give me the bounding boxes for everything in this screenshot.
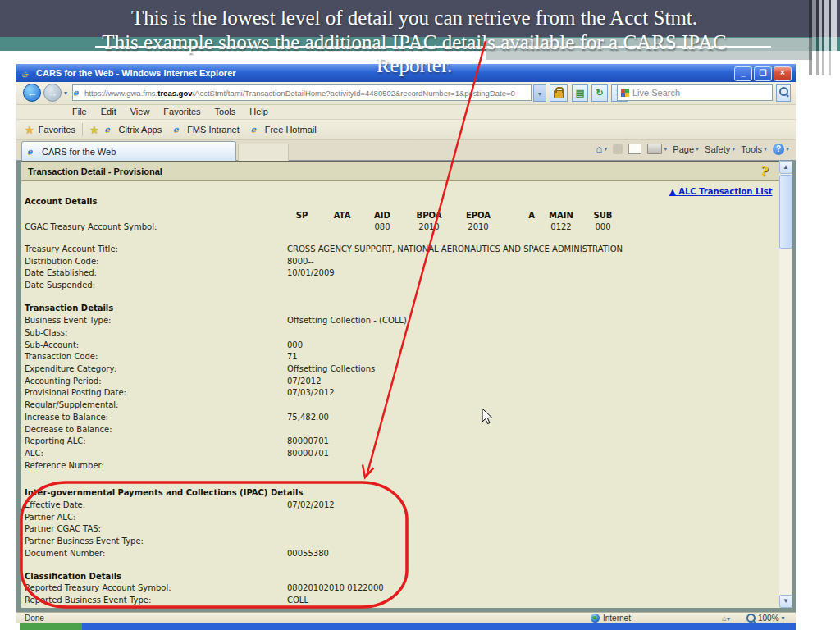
home-button[interactable]: ⌂▾: [596, 143, 607, 155]
compatibility-view-icon[interactable]: ▤: [572, 84, 588, 102]
print-button[interactable]: ▾: [647, 144, 667, 154]
menu-edit[interactable]: Edit: [101, 107, 116, 116]
scroll-thumb[interactable]: [779, 175, 792, 249]
menu-favorites[interactable]: Favorites: [163, 107, 200, 116]
read-mail-icon[interactable]: [628, 144, 641, 154]
alc-transaction-list-link[interactable]: ▲ ALC Transaction List: [669, 187, 772, 196]
tools-menu[interactable]: Tools▾: [741, 144, 767, 154]
magnifier-icon: [779, 87, 788, 96]
content-frame-right: [792, 161, 796, 612]
slide-title-line1: This is the lowest level of detail you c…: [0, 7, 829, 30]
page-icon: e: [73, 88, 84, 98]
favorites-star-icon[interactable]: ★: [25, 124, 34, 136]
ie-favicon: e: [251, 125, 262, 135]
search-button[interactable]: [776, 84, 791, 102]
search-placeholder: Live Search: [632, 88, 680, 98]
add-favorite-icon[interactable]: ★: [89, 124, 99, 136]
favorites-bar: ★ Favorites ★ eCitrix Apps eFMS Intranet…: [16, 120, 796, 140]
tab-label: CARS for the Web: [42, 147, 116, 157]
taskbar-blue-strip: [82, 623, 796, 630]
back-button[interactable]: ←: [23, 84, 41, 102]
scroll-down-icon[interactable]: ▼: [779, 595, 792, 608]
history-dropdown-icon[interactable]: ▾: [64, 89, 67, 97]
slide-title-line2: This example shows the additional IPAC d…: [0, 31, 829, 54]
menu-bar: File Edit View Favorites Tools Help: [16, 104, 796, 120]
zoom-magnifier-icon: [746, 614, 756, 623]
live-search-flag-icon: [621, 89, 629, 97]
security-lock-icon[interactable]: [550, 84, 568, 102]
refresh-button[interactable]: ↻: [591, 84, 608, 102]
rss-feed-icon[interactable]: [613, 144, 623, 154]
start-button-strip[interactable]: [20, 623, 82, 630]
taskbar-strip: [0, 623, 840, 630]
menu-tools[interactable]: Tools: [215, 107, 236, 116]
protected-mode-icon[interactable]: ⌂▾: [722, 614, 730, 623]
url-field[interactable]: e https://www.gwa.fms.treas.gov/AcctStmt…: [72, 84, 532, 101]
globe-icon: [591, 614, 600, 623]
command-bar: ⌂▾ ▾ Page▾ Safety▾ Tools▾ ?▾: [596, 143, 789, 155]
slide: This is the lowest level of detail you c…: [0, 0, 840, 630]
status-bar: Done Internet ⌂▾ 100%▾: [16, 612, 796, 623]
ie-favicon: e: [105, 125, 116, 135]
security-zone: Internet: [591, 614, 631, 623]
page-title: Transaction Detail - Provisional: [28, 167, 162, 176]
printer-icon: [647, 144, 662, 154]
search-input[interactable]: Live Search: [617, 84, 773, 101]
home-icon: ⌂: [596, 143, 602, 155]
tab-favicon: e: [27, 147, 39, 157]
help-menu[interactable]: ?▾: [773, 144, 789, 155]
favorite-link-citrix[interactable]: eCitrix Apps: [105, 125, 162, 135]
page-header-bar: Transaction Detail - Provisional ?: [21, 162, 779, 181]
vertical-scrollbar[interactable]: ▲ ▼: [779, 161, 792, 608]
tab-cars-for-the-web[interactable]: e CARS for the Web: [21, 141, 236, 161]
favorite-link-hotmail[interactable]: eFree Hotmail: [251, 125, 317, 135]
tab-bar: e CARS for the Web ⌂▾ ▾ Page▾ Safety▾ To…: [16, 140, 796, 161]
url-text: https://www.gwa.fms.treas.gov/AcctStmt/t…: [84, 89, 515, 98]
url-dropdown-icon[interactable]: ▾: [533, 84, 546, 102]
page-menu[interactable]: Page▾: [673, 144, 699, 154]
status-text: Done: [25, 614, 44, 623]
menu-file[interactable]: File: [72, 107, 87, 116]
safety-menu[interactable]: Safety▾: [705, 144, 735, 154]
zoom-control[interactable]: 100%▾: [746, 614, 785, 623]
address-bar: ← → ▾ e https://www.gwa.fms.treas.gov/Ac…: [16, 82, 796, 105]
page-content: [21, 161, 779, 608]
page-help-icon[interactable]: ?: [759, 162, 769, 179]
help-icon: ?: [773, 144, 784, 155]
menu-help[interactable]: Help: [249, 107, 268, 116]
slide-title-line3: Reporter.: [0, 54, 829, 77]
menu-view[interactable]: View: [130, 107, 150, 116]
forward-button[interactable]: →: [43, 84, 62, 102]
ie-favicon: e: [173, 125, 185, 135]
favorites-label[interactable]: Favorites: [39, 125, 75, 135]
new-tab-stub[interactable]: [238, 144, 289, 162]
scroll-up-icon[interactable]: ▲: [779, 161, 792, 174]
favorite-link-fms[interactable]: eFMS Intranet: [173, 125, 240, 135]
